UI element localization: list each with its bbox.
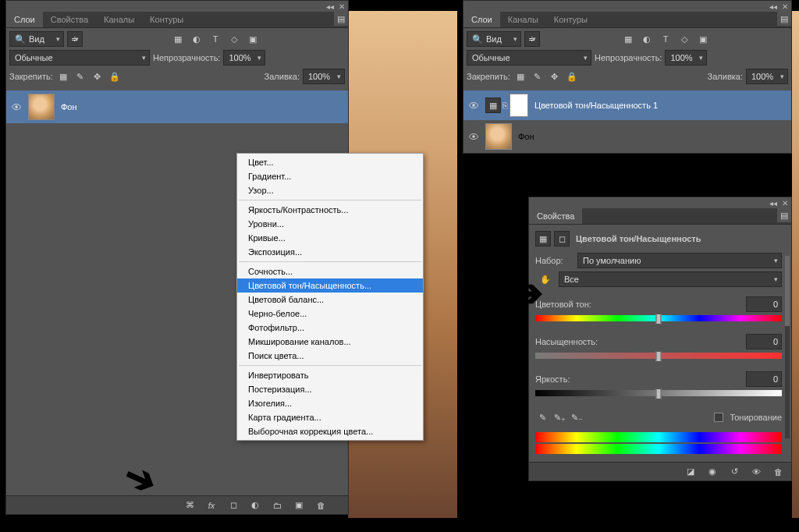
svg-point-5: [472, 135, 475, 138]
tab-layers[interactable]: Слои: [463, 12, 500, 27]
lock-position-icon[interactable]: ✥: [548, 69, 562, 83]
collapse-icon[interactable]: ◂◂: [769, 199, 777, 207]
blend-mode-select[interactable]: Обычные: [467, 50, 591, 66]
opacity-input[interactable]: 100%: [223, 50, 265, 66]
layer-row[interactable]: Фон: [463, 120, 791, 153]
blend-mode-select[interactable]: Обычные: [9, 50, 150, 66]
menu-item[interactable]: Цвет...: [237, 155, 423, 169]
mask-type-icon[interactable]: ◻: [554, 231, 570, 246]
collapse-icon[interactable]: ◂◂: [326, 2, 334, 11]
tab-properties[interactable]: Свойства: [43, 12, 96, 27]
filter-type-icon[interactable]: T: [208, 32, 222, 46]
delete-adjustment-icon[interactable]: 🗑: [771, 465, 785, 479]
reset-icon[interactable]: ↺: [727, 465, 741, 479]
lock-transparency-icon[interactable]: ▦: [513, 69, 527, 83]
tab-layers[interactable]: Слои: [6, 12, 43, 27]
collapse-icon[interactable]: ◂◂: [769, 2, 777, 11]
tab-paths[interactable]: Контуры: [546, 12, 595, 27]
filter-dropdown-icon[interactable]: ≑: [67, 31, 83, 47]
filter-type-icon[interactable]: T: [659, 32, 673, 46]
tab-paths[interactable]: Контуры: [142, 12, 191, 27]
toggle-visibility-icon[interactable]: 👁: [749, 465, 763, 479]
menu-item[interactable]: Кривые...: [237, 231, 423, 245]
clip-to-layer-icon[interactable]: ◪: [684, 465, 698, 479]
eyedropper-plus-icon[interactable]: ✎₊: [552, 410, 566, 424]
filter-smart-icon[interactable]: ▣: [246, 32, 260, 46]
menu-item[interactable]: Цветовой баланс...: [237, 293, 423, 307]
menu-item[interactable]: Карта градиента...: [237, 410, 423, 424]
menu-item[interactable]: Сочность...: [237, 264, 423, 278]
tab-properties[interactable]: Свойства: [529, 208, 582, 224]
hue-slider[interactable]: [535, 315, 782, 325]
lightness-value[interactable]: 0: [746, 371, 782, 387]
visibility-icon[interactable]: [11, 101, 22, 112]
close-icon[interactable]: ✕: [782, 2, 788, 11]
filter-adjust-icon[interactable]: ◐: [190, 32, 204, 46]
menu-item[interactable]: Яркость/Контрастность...: [237, 203, 423, 217]
menu-item[interactable]: Изогелия...: [237, 396, 423, 410]
lock-pixels-icon[interactable]: ✎: [531, 69, 545, 83]
saturation-value[interactable]: 0: [746, 334, 782, 349]
menu-item[interactable]: Цветовой тон/Насыщенность...: [237, 278, 423, 293]
panel-menu-icon[interactable]: ▤: [334, 12, 348, 26]
fill-input[interactable]: 100%: [746, 69, 788, 84]
scrollbar[interactable]: [785, 256, 790, 438]
saturation-slider[interactable]: [535, 353, 782, 362]
filter-dropdown-icon[interactable]: ≑: [524, 31, 540, 47]
channel-select[interactable]: Все: [559, 271, 782, 287]
lock-pixels-icon[interactable]: ✎: [73, 69, 87, 83]
link-layers-icon[interactable]: ⌘: [183, 498, 197, 512]
menu-item[interactable]: Инвертировать: [237, 368, 423, 382]
delete-layer-icon[interactable]: 🗑: [314, 498, 328, 512]
close-icon[interactable]: ✕: [339, 2, 345, 11]
filter-pixel-icon[interactable]: ▦: [171, 32, 185, 46]
lock-transparency-icon[interactable]: ▦: [56, 69, 70, 83]
menu-item[interactable]: Фотофильтр...: [237, 321, 423, 335]
lock-position-icon[interactable]: ✥: [91, 69, 105, 83]
layer-style-icon[interactable]: fx: [204, 498, 218, 512]
mask-link-icon[interactable]: ⎘: [502, 101, 508, 110]
menu-item[interactable]: Микширование каналов...: [237, 335, 423, 349]
filter-pixel-icon[interactable]: ▦: [621, 32, 635, 46]
menu-item[interactable]: Экспозиция...: [237, 245, 423, 259]
menu-item[interactable]: Градиент...: [237, 169, 423, 183]
menu-item[interactable]: Узор...: [237, 183, 423, 197]
mask-thumbnail: [510, 94, 528, 117]
eyedropper-icon[interactable]: ✎: [535, 410, 549, 424]
filter-adjust-icon[interactable]: ◐: [640, 32, 654, 46]
filter-type-select[interactable]: 🔍Вид: [9, 31, 64, 47]
filter-shape-icon[interactable]: ◇: [677, 32, 691, 46]
preset-select[interactable]: По умолчанию: [577, 253, 782, 268]
view-previous-icon[interactable]: ◉: [705, 465, 719, 479]
adjustment-layer-icon[interactable]: ◐: [248, 498, 262, 512]
new-layer-icon[interactable]: ▣: [292, 498, 306, 512]
svg-point-3: [472, 104, 475, 107]
colorize-checkbox[interactable]: [714, 413, 723, 422]
tab-channels[interactable]: Каналы: [500, 12, 546, 27]
lightness-slider[interactable]: [535, 390, 782, 399]
menu-item[interactable]: Черно-белое...: [237, 307, 423, 321]
layer-row[interactable]: ▦ ⎘ Цветовой тон/Насыщенность 1: [463, 90, 791, 120]
new-group-icon[interactable]: 🗀: [270, 498, 284, 512]
menu-item[interactable]: Уровни...: [237, 217, 423, 231]
tab-channels[interactable]: Каналы: [96, 12, 142, 27]
layer-mask-icon[interactable]: ◻: [226, 498, 240, 512]
opacity-input[interactable]: 100%: [665, 50, 707, 66]
fill-input[interactable]: 100%: [303, 69, 345, 84]
panel-menu-icon[interactable]: ▤: [777, 12, 791, 26]
filter-type-select[interactable]: 🔍Вид: [467, 31, 521, 47]
menu-item[interactable]: Постеризация...: [237, 382, 423, 396]
filter-smart-icon[interactable]: ▣: [696, 32, 710, 46]
panel-menu-icon[interactable]: ▤: [777, 208, 791, 222]
filter-shape-icon[interactable]: ◇: [227, 32, 241, 46]
hue-value[interactable]: 0: [746, 296, 782, 312]
menu-item[interactable]: Выборочная коррекция цвета...: [237, 424, 423, 438]
close-icon[interactable]: ✕: [782, 199, 788, 207]
menu-item[interactable]: Поиск цвета...: [237, 349, 423, 363]
visibility-icon[interactable]: [468, 100, 479, 111]
layer-row[interactable]: Фон: [6, 90, 348, 123]
visibility-icon[interactable]: [468, 131, 479, 142]
lock-all-icon[interactable]: 🔒: [108, 69, 122, 83]
eyedropper-minus-icon[interactable]: ✎₋: [570, 410, 584, 424]
lock-all-icon[interactable]: 🔒: [565, 69, 579, 83]
